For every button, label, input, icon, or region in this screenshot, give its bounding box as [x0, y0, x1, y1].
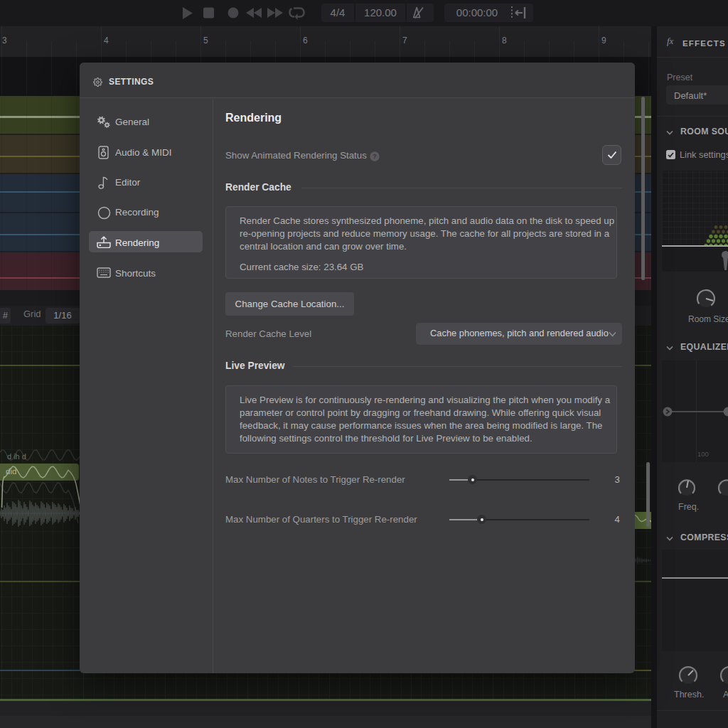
- svg-text:?: ?: [373, 152, 377, 160]
